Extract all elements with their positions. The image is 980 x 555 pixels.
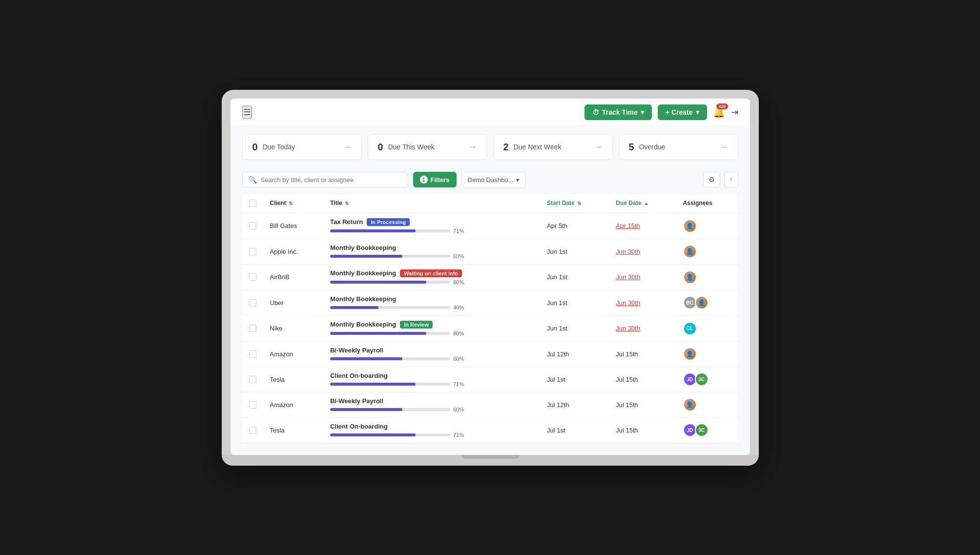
logout-button[interactable]: ⇥	[731, 107, 738, 118]
stat-card[interactable]: 0 Due This Week →	[368, 134, 487, 160]
progress-fill	[330, 383, 416, 386]
stat-number: 5	[629, 142, 634, 153]
table-row: Amazon Bi-Weekly Payroll 60% Jul 12thJul…	[242, 392, 738, 417]
row-checkbox[interactable]	[249, 248, 256, 255]
col-due-date: Due Date ▲	[609, 194, 676, 213]
col-start-date: Start Date ⇅	[540, 194, 609, 213]
due-date-value: Jul 15th	[616, 427, 638, 434]
row-checkbox[interactable]	[249, 401, 256, 409]
due-date-cell: Jun 30th	[609, 315, 676, 341]
assignees-wrap: CL	[683, 322, 731, 335]
task-title: Bi-Weekly Payroll	[330, 397, 383, 405]
stat-label: Overdue	[639, 143, 666, 151]
assignees-cell: BC👤	[676, 290, 738, 315]
start-date-sort-icon[interactable]: ⇅	[577, 201, 581, 206]
start-date-cell: Jul 12th	[540, 341, 609, 367]
row-checkbox[interactable]	[249, 325, 256, 332]
progress-fill	[330, 255, 402, 258]
avatar: 👤	[695, 296, 709, 309]
start-date-cell: Jun 1st	[540, 239, 609, 264]
row-checkbox[interactable]	[249, 299, 256, 307]
hamburger-menu[interactable]: ☰	[242, 106, 252, 119]
settings-button[interactable]: ⚙	[703, 172, 720, 187]
stat-card[interactable]: 2 Due Next Week →	[493, 134, 613, 160]
search-input[interactable]	[261, 176, 402, 184]
header: ☰ ⏱ Track Time ▾ + Create ▾ 🔔 420	[230, 99, 750, 126]
start-date-cell: Jul 1st	[540, 367, 609, 392]
avatar: 👤	[683, 219, 697, 233]
row-checkbox[interactable]	[249, 273, 256, 281]
assignees-cell: JD3C	[676, 367, 738, 392]
track-time-button[interactable]: ⏱ Track Time ▾	[584, 104, 652, 120]
progress-pct: 71%	[453, 432, 467, 438]
avatar: 👤	[683, 398, 697, 411]
progress-track	[330, 408, 450, 411]
row-checkbox[interactable]	[249, 376, 256, 383]
stat-number: 0	[378, 142, 383, 153]
progress-pct: 71%	[453, 381, 467, 387]
client-sort-icon[interactable]: ⇅	[289, 201, 292, 206]
assignees-wrap: 👤	[683, 219, 731, 233]
stat-card[interactable]: 0 Due Today →	[242, 134, 362, 160]
assignees-wrap: JD3C	[683, 372, 731, 386]
assignees-cell: 👤	[676, 264, 738, 290]
stat-arrow-icon: →	[344, 143, 352, 151]
task-title-wrap: Client On-boarding 71%	[330, 372, 533, 387]
status-badge: In Review	[400, 321, 433, 329]
notification-button[interactable]: 🔔 420	[713, 106, 725, 118]
row-checkbox[interactable]	[249, 427, 256, 434]
stat-card[interactable]: 5 Overdue →	[619, 134, 738, 160]
filters-button[interactable]: 1 Filters	[413, 172, 457, 187]
stat-number: 2	[503, 142, 509, 153]
client-cell: Amazon	[263, 341, 324, 367]
start-date-cell: Jun 1st	[540, 264, 609, 290]
start-date-cell: Apr 5th	[540, 213, 609, 239]
col-assignees: Assignees	[676, 194, 738, 213]
export-button[interactable]: ↑	[724, 172, 738, 187]
task-title-row: Monthly Bookkeeping	[330, 295, 533, 303]
title-cell: Monthly Bookkeeping In Review 80%	[323, 315, 540, 341]
progress-pct: 60%	[453, 407, 467, 412]
stat-arrow-icon: →	[595, 143, 603, 151]
dashboard-dropdown[interactable]: Demo Dashbo... ▾	[461, 172, 526, 188]
track-time-label: Track Time	[602, 108, 638, 116]
table-row: Uber Monthly Bookkeeping 40% Jun 1stJun …	[242, 290, 738, 315]
client-cell: AirBnB	[263, 264, 324, 290]
client-cell: Uber	[263, 290, 324, 315]
tasks-table: Client ⇅ Title ⇅ Start Date ⇅ Due Date ▲	[242, 194, 738, 443]
table-row: Amazon Bi-Weekly Payroll 60% Jul 12thJul…	[242, 341, 738, 367]
stat-left: 0 Due This Week	[378, 142, 435, 153]
create-label: + Create	[666, 108, 693, 116]
progress-bar-wrap: 80%	[330, 279, 467, 285]
due-date-cell: Jun 30th	[609, 264, 676, 290]
title-cell: Tax Return In Processing 71%	[323, 213, 540, 239]
table-row: Bill Gates Tax Return In Processing 71% …	[242, 213, 738, 239]
stat-left: 5 Overdue	[629, 142, 666, 153]
progress-bar-wrap: 80%	[330, 330, 467, 336]
progress-track	[330, 433, 450, 436]
title-sort-icon[interactable]: ⇅	[345, 201, 349, 206]
dashboard-label: Demo Dashbo...	[468, 176, 514, 184]
progress-bar-wrap: 60%	[330, 407, 467, 412]
task-title: Monthly Bookkeeping	[330, 269, 396, 277]
due-date-value: Jun 30th	[616, 325, 640, 332]
avatar: 👤	[683, 245, 697, 258]
row-checkbox[interactable]	[249, 350, 256, 358]
assignees-wrap: BC👤	[683, 296, 731, 309]
due-date-value: Jul 15th	[616, 350, 638, 358]
title-cell: Client On-boarding 71%	[323, 367, 540, 392]
filters-label: Filters	[431, 176, 450, 184]
task-title: Monthly Bookkeeping	[330, 295, 396, 303]
due-date-value: Jul 15th	[616, 401, 638, 409]
create-button[interactable]: + Create ▾	[658, 104, 707, 120]
due-date-cell: Jul 15th	[609, 341, 676, 367]
task-title-wrap: Bi-Weekly Payroll 60%	[330, 347, 533, 362]
avatar: 👤	[683, 347, 697, 361]
search-box: 🔍	[242, 172, 408, 187]
title-cell: Monthly Bookkeeping 60%	[323, 239, 540, 264]
table-container: Client ⇅ Title ⇅ Start Date ⇅ Due Date ▲	[230, 194, 750, 455]
task-title-wrap: Monthly Bookkeeping Waiting on client in…	[330, 269, 533, 285]
select-all-checkbox[interactable]	[249, 200, 256, 207]
row-checkbox[interactable]	[249, 222, 256, 229]
due-date-sort-icon[interactable]: ▲	[644, 201, 649, 206]
